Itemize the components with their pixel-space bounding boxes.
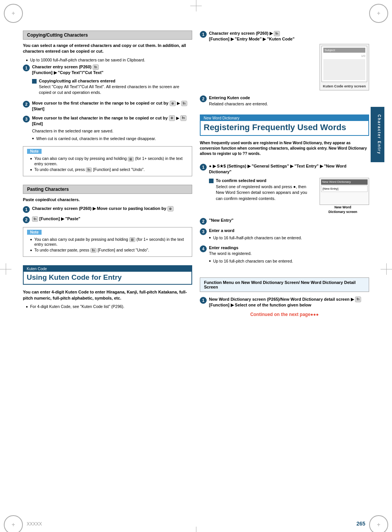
hold-icon-2[interactable]: ⊞ [129,237,135,242]
pasting-header: Pasting Characters [23,185,192,194]
nwd-sub-content: To confirm selected word Select one of r… [216,178,313,202]
main-content: Copying/Cutting Characters You can selec… [23,31,369,508]
paste-note-item2: • To undo character paste, press fn [Fun… [30,248,188,253]
cursor-icon-1[interactable]: ⊕ [170,101,176,106]
copy-note-box: Note • You can also carry out copy by pr… [23,146,192,176]
continued-text: Continued on the next page●●● [200,312,369,317]
nwd-step1-content: ● ▶ S★$ (Settings) ▶ "General Settings" … [209,163,369,214]
paste-step2-content: fn [Function] ▶ "Paste" [32,216,192,222]
copy-step1: 1 Character entry screen (P260) fn [Func… [23,64,192,97]
nwd-screen-container: New Word Dictionary [New Entry] New Word… [316,178,369,214]
bullet-marker-s4: • [209,258,211,264]
kuten-tab-label: Kuten Code [24,266,191,272]
function-step1: 1 New Word Dictionary screen (P265)/New … [200,297,369,308]
nwd-step2: 2 "New Entry" [200,218,369,225]
copy-step1-content: Character entry screen (P260) fn [Functi… [32,64,192,97]
square-marker [32,79,37,84]
page-container: Copying/Cutting Characters You can selec… [0,0,392,532]
corner-decoration-tl [4,4,23,23]
kuten-screen-thumb: Subject: 1/0 Kuten Code entry screen [320,44,369,92]
copying-bullet1: • Up to 10000 full-/half-pitch character… [26,58,192,63]
fn-icon-6[interactable]: fn [90,248,96,253]
copying-section: Copying/Cutting Characters You can selec… [23,31,192,176]
cursor-icon-3[interactable]: ⊕ [167,206,174,212]
nwd-step4-bullet: • Up to 16 full-pitch characters can be … [209,258,369,264]
copy-step2: 2 Move cursor to the first character in … [23,100,192,112]
nwd-step-num-3: 3 [200,228,207,235]
nwd-step3-bullet: • Up to 16 full-/half-pitch characters c… [209,235,369,241]
fn-icon-r1[interactable]: fn [274,31,280,37]
side-tab: Character Entry [371,107,384,162]
crosshair-top [190,0,202,11]
nwd-mini-row: [New Entry] [321,185,368,192]
kuten-step-num-1: 1 [200,31,207,38]
note-label-1: Note [27,149,42,154]
nwd-screen-mini: New Word Dictionary [New Entry] [320,178,369,205]
kuten-screen-body [323,59,365,80]
kuten-step1-content: Character entry screen (P260) ▶ fn [Func… [209,31,369,92]
function-step1-content: New Word Dictionary screen (P265)/New Wo… [209,297,369,308]
nwd-step4-content: Enter readings The word is registered. •… [209,245,369,265]
hold-icon-1[interactable]: ⊞ [128,157,134,161]
step-number-3: 3 [23,116,30,123]
paste-step1: 1 Character entry screen (P260) ▶ Move c… [23,206,192,213]
kuten-step-num-2: 2 [200,95,207,102]
copying-intro: You can select a range of entered charac… [23,43,192,55]
kuten-step2: 2 Entering Kuten code Related characters… [200,95,369,107]
nwd-step1: 1 ● ▶ S★$ (Settings) ▶ "General Settings… [200,163,369,214]
corner-decoration-br [369,515,388,532]
kuten-screen-header: Subject: [323,48,365,53]
kuten-section: Kuten Code Using Kuten Code for Entry Yo… [23,265,192,310]
bullet-marker: • [26,58,28,63]
fn-icon-3[interactable]: fn [180,115,186,121]
step-number-1: 1 [23,64,30,71]
cursor-icon-2[interactable]: ⊕ [169,115,175,121]
copy-step3: 3 Move cursor to the last character in t… [23,115,192,143]
kuten-heading: Using Kuten Code for Entry [24,272,191,284]
fn-icon[interactable]: fn [93,64,99,70]
copy-step2-content: Move cursor to the first character in th… [32,100,192,112]
paste-note-item1: • You can also carry out paste by pressi… [30,237,188,247]
fn-icon-r2[interactable]: fn [355,297,361,302]
function-menu-box: Function Menu on New Word Dictionary Scr… [200,277,369,292]
paste-step-num-2: 2 [23,216,30,223]
bullet-marker-pn2: • [30,248,32,253]
fn-icon-2[interactable]: fn [181,101,187,106]
nwd-section: New Word Dictionary Registering Frequent… [200,114,369,265]
kuten-screen-thumbnail: Subject: 1/0 Kuten Code entry screen [320,44,369,91]
page-number: 265 [357,521,365,527]
note-item1: • You can also carry out copy by pressin… [30,156,188,166]
pasting-section: Pasting Characters Paste copied/cut char… [23,185,192,257]
fn-icon-4[interactable]: fn [86,168,92,172]
nwd-step-num-2: 2 [200,218,207,225]
nwd-step2-content: "New Entry" [209,218,369,223]
paste-step1-content: Character entry screen (P260) ▶ Move cur… [32,206,192,211]
crosshair-left [0,263,11,275]
nwd-mini-body [321,192,368,203]
paste-note-box: Note • You can also carry out paste by p… [23,227,192,257]
crosshair-bottom [190,527,202,532]
kuten-intro: You can enter 4-digit Kuten Code to ente… [23,289,192,301]
note-label-2: Note [27,230,42,235]
nwd-sub-item: To confirm selected word Select one of r… [209,178,313,202]
right-column: 1 Character entry screen (P260) ▶ fn [Fu… [200,31,369,508]
fn-icon-5[interactable]: fn [32,216,38,222]
copy-step3-sub: Characters in the selected range are sav… [32,128,192,134]
nwd-step4: 4 Enter readings The word is registered.… [200,245,369,265]
nwd-heading: Registering Frequently Used Words [201,121,368,135]
nwd-step-num-4: 4 [200,245,207,252]
page-roman: XXXXX [27,521,42,527]
kuten-screen-label: Kuten Code entry screen [321,84,367,89]
kuten-screen-counter: 1/0 [323,54,365,58]
corner-decoration-tr [369,4,388,23]
copy-sub-title: Copying/cutting all characters entered S… [39,78,192,96]
kuten-box: Kuten Code Using Kuten Code for Entry [23,265,192,285]
crosshair-right [381,263,392,275]
kuten-bullet: • For 4-digit Kuten Code, see "Kuten Cod… [26,304,192,310]
copy-step3-bullet: • When cut is carried out, characters in… [32,136,192,142]
nwd-mini-header: New Word Dictionary [321,179,368,184]
bullet-marker-n1: • [30,156,32,166]
nwd-box: New Word Dictionary Registering Frequent… [200,114,369,135]
left-column: Copying/Cutting Characters You can selec… [23,31,192,508]
nwd-step1-lower: To confirm selected word Select one of r… [209,178,369,214]
